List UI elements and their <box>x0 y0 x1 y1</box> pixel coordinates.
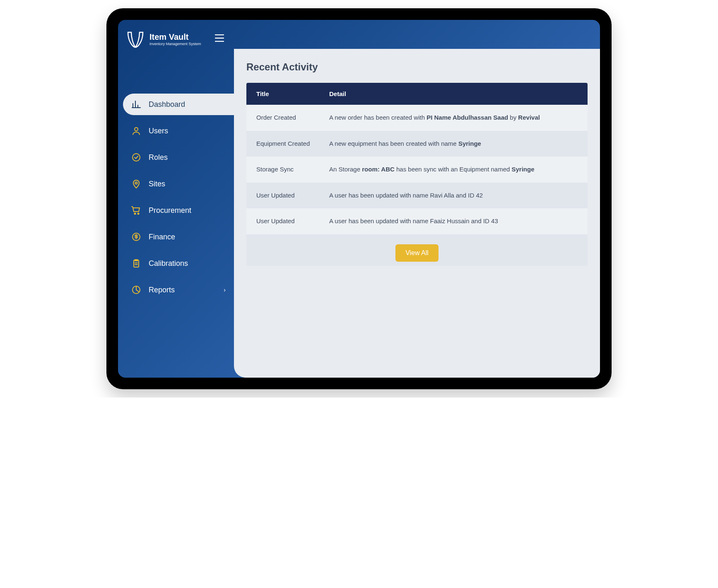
cell-detail: A user has been updated with name Faaiz … <box>329 217 588 226</box>
svg-point-1 <box>133 154 140 161</box>
sidebar-item-reports[interactable]: Reports› <box>118 279 234 301</box>
pin-icon <box>131 179 141 189</box>
sidebar-item-sites[interactable]: Sites <box>118 173 234 195</box>
table-row: Equipment CreatedA new equipment has bee… <box>246 131 588 157</box>
sidebar-item-label: Dashboard <box>149 100 185 109</box>
cell-detail: A new equipment has been created with na… <box>329 139 588 149</box>
tablet-frame: Item Vault Inventory Management System D… <box>106 8 612 389</box>
svg-point-0 <box>135 128 138 131</box>
section-title: Recent Activity <box>246 61 588 73</box>
sidebar-item-label: Users <box>149 127 168 135</box>
logo-icon <box>125 29 145 49</box>
svg-point-2 <box>135 182 137 184</box>
app-screen: Item Vault Inventory Management System D… <box>118 20 600 378</box>
clipboard-icon <box>131 258 141 268</box>
chevron-right-icon: › <box>224 287 226 293</box>
svg-point-3 <box>135 213 136 214</box>
sidebar-item-label: Reports <box>149 286 175 294</box>
table-header: Title Detail <box>246 83 588 105</box>
view-all-button[interactable]: View All <box>395 244 439 262</box>
table-row: User UpdatedA user has been updated with… <box>246 183 588 209</box>
menu-toggle-icon[interactable] <box>212 31 226 47</box>
cell-title: User Updated <box>246 191 329 200</box>
cell-detail: A new order has been created with PI Nam… <box>329 113 588 123</box>
pie-icon <box>131 285 141 295</box>
cell-detail: A user has been updated with name Ravi A… <box>329 191 588 200</box>
sidebar-nav: DashboardUsersRolesSitesProcurementFinan… <box>118 94 234 301</box>
brand-subtitle: Inventory Management System <box>149 42 201 46</box>
view-all-row: View All <box>246 234 588 266</box>
cell-title: Order Created <box>246 113 329 123</box>
sidebar-item-label: Procurement <box>149 206 191 215</box>
table-row: Storage SyncAn Storage room: ABC has bee… <box>246 157 588 183</box>
sidebar-item-roles[interactable]: Roles <box>118 147 234 168</box>
sidebar-item-label: Finance <box>149 233 175 241</box>
column-header-title: Title <box>246 90 329 97</box>
logo-text: Item Vault Inventory Management System <box>149 32 201 46</box>
activity-table: Title Detail Order CreatedA new order ha… <box>246 83 588 266</box>
sidebar-item-label: Roles <box>149 153 168 162</box>
dollar-icon <box>131 232 141 242</box>
cell-detail: An Storage room: ABC has been sync with … <box>329 165 588 174</box>
header-bar: Item Vault Inventory Management System <box>118 24 234 56</box>
cell-title: Equipment Created <box>246 139 329 149</box>
check-circle-icon <box>131 152 141 162</box>
user-icon <box>131 126 141 136</box>
chart-bar-icon <box>131 99 141 109</box>
sidebar-item-dashboard[interactable]: Dashboard <box>123 94 234 115</box>
cart-icon <box>131 205 141 215</box>
table-body: Order CreatedA new order has been create… <box>246 105 588 234</box>
sidebar-item-procurement[interactable]: Procurement <box>118 200 234 221</box>
sidebar: Item Vault Inventory Management System D… <box>118 20 234 378</box>
table-row: Order CreatedA new order has been create… <box>246 105 588 131</box>
column-header-detail: Detail <box>329 90 588 97</box>
sidebar-item-label: Calibrations <box>149 259 188 268</box>
sidebar-item-users[interactable]: Users <box>118 120 234 142</box>
cell-title: Storage Sync <box>246 165 329 174</box>
cell-title: User Updated <box>246 217 329 226</box>
main-panel: Recent Activity Title Detail Order Creat… <box>234 49 600 378</box>
table-row: User UpdatedA user has been updated with… <box>246 208 588 234</box>
sidebar-item-calibrations[interactable]: Calibrations <box>118 253 234 274</box>
brand-title: Item Vault <box>149 32 201 41</box>
sidebar-item-finance[interactable]: Finance <box>118 226 234 248</box>
sidebar-item-label: Sites <box>149 180 165 188</box>
svg-point-4 <box>138 213 139 214</box>
